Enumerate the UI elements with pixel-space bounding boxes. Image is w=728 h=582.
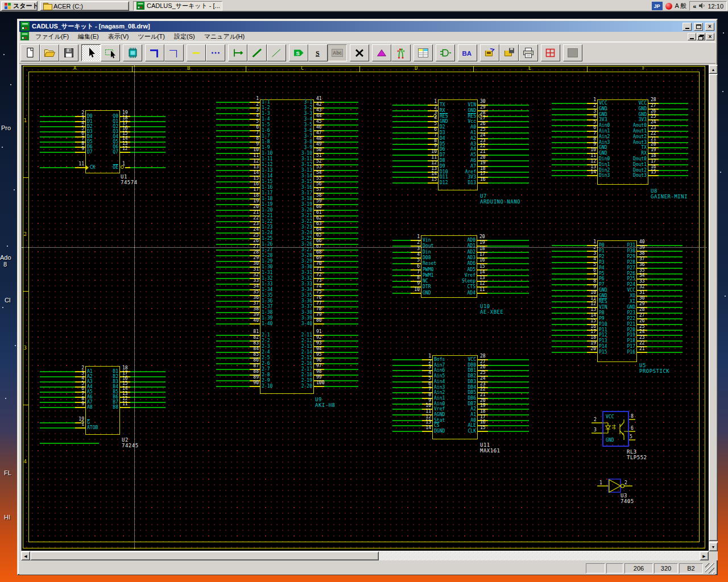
blank-swatch-button[interactable] bbox=[563, 44, 582, 61]
pin-markers-button[interactable] bbox=[391, 44, 411, 61]
triangle-fill-button[interactable] bbox=[372, 44, 391, 61]
pin-number: 25 bbox=[480, 371, 497, 375]
ime-language-badge[interactable]: JP bbox=[652, 2, 663, 10]
pin-number: 31 bbox=[242, 267, 259, 272]
status-x-coordinate: 206 bbox=[624, 563, 653, 573]
child-close-button[interactable]: × bbox=[706, 33, 714, 40]
blank-swatch-icon bbox=[566, 47, 580, 59]
horizontal-scroll-thumb[interactable] bbox=[30, 551, 379, 560]
menu-view[interactable]: 表示(V) bbox=[104, 32, 133, 41]
pin-number: 12 bbox=[242, 159, 259, 164]
child-minimize-button[interactable] bbox=[688, 33, 696, 40]
pin-number: 56 bbox=[316, 182, 333, 186]
menu-settings[interactable]: 設定(S) bbox=[170, 32, 199, 41]
text-abc-button[interactable]: Abc bbox=[328, 44, 347, 61]
select-cursor-button[interactable] bbox=[81, 44, 101, 61]
inverter-symbol: 12 bbox=[596, 477, 642, 494]
desktop-icon-label-fragment[interactable]: FL bbox=[4, 469, 11, 476]
scroll-left-arrow[interactable]: ◀ bbox=[21, 551, 30, 560]
save-board-button[interactable] bbox=[499, 44, 519, 61]
ime-palette-icon[interactable] bbox=[665, 3, 672, 10]
pin-name: Q6 bbox=[86, 145, 118, 149]
horizontal-scrollbar[interactable]: ◀ ▶ bbox=[21, 551, 709, 560]
open-file-button[interactable] bbox=[40, 44, 59, 61]
ime-mode-label[interactable]: A 般 bbox=[675, 2, 687, 10]
pin-number: 11 bbox=[420, 155, 437, 160]
pin-number: 1 bbox=[67, 422, 84, 427]
move-part-button[interactable] bbox=[101, 44, 120, 61]
print-button[interactable] bbox=[519, 44, 538, 61]
menu-tools[interactable]: ツール(T) bbox=[134, 32, 169, 41]
save-file-button[interactable] bbox=[59, 44, 78, 61]
desktop-icon-label-fragment[interactable]: Ado bbox=[0, 254, 11, 261]
scroll-up-arrow[interactable]: ▲ bbox=[709, 65, 718, 74]
task-cadlus[interactable]: CADLUS_サーキット - [... bbox=[133, 1, 222, 11]
pin-number: 89 bbox=[242, 375, 259, 380]
schematic-canvas[interactable]: ABCDEF12342D03D14D25D36D47D58D69D711CK19… bbox=[22, 65, 709, 551]
vertical-scroll-thumb[interactable] bbox=[709, 74, 718, 541]
column-tick bbox=[587, 66, 588, 72]
new-file-button[interactable] bbox=[20, 44, 40, 61]
ic-ref-label: U11 bbox=[480, 443, 490, 448]
pin-number: 12 bbox=[122, 397, 139, 401]
ic-ref-label: U9 bbox=[315, 397, 322, 402]
document-icon[interactable] bbox=[20, 32, 29, 41]
task-acer[interactable]: ACER (C:) bbox=[40, 1, 129, 11]
desktop-icon-label-fragment[interactable]: HI bbox=[4, 514, 10, 521]
volume-icon[interactable] bbox=[698, 2, 705, 10]
place-ic-button[interactable] bbox=[123, 44, 142, 61]
gate-symbol-button[interactable] bbox=[436, 44, 455, 61]
part-list-button[interactable] bbox=[413, 44, 433, 61]
line-thick-button[interactable] bbox=[247, 44, 267, 61]
pin-name: DB5 bbox=[433, 390, 476, 395]
close-button[interactable]: × bbox=[705, 23, 714, 31]
wire-thin-button[interactable] bbox=[164, 44, 184, 61]
menu-edit[interactable]: 編集(E) bbox=[74, 32, 103, 41]
pin-name: CTS bbox=[422, 285, 475, 289]
inverter-U3[interactable]: 12 bbox=[596, 477, 642, 494]
desktop-icon-label-fragment[interactable]: Pro bbox=[1, 124, 11, 131]
pin-number: 11 bbox=[242, 153, 259, 158]
text-s-button[interactable]: S bbox=[308, 44, 328, 61]
pin-number: 86 bbox=[242, 358, 259, 363]
grid-table-button[interactable] bbox=[541, 44, 560, 61]
dash-segment-button[interactable] bbox=[187, 44, 206, 61]
pin-number: 14 bbox=[122, 136, 139, 141]
signal-name-button[interactable]: S bbox=[289, 44, 308, 61]
desktop-icon-label-fragment[interactable]: Cl bbox=[5, 297, 10, 304]
pin-number: 13 bbox=[122, 392, 139, 396]
scroll-right-arrow[interactable]: ▶ bbox=[700, 551, 709, 560]
bus-entry-button[interactable] bbox=[228, 44, 247, 61]
menu-manual[interactable]: マニュアル(H) bbox=[200, 32, 249, 41]
select-cursor-icon bbox=[84, 47, 98, 59]
ic-part-label: GAINER-MINI bbox=[651, 194, 688, 199]
load-board-button[interactable] bbox=[480, 44, 499, 61]
pin-number: 15 bbox=[579, 319, 596, 323]
pin-name: 2-13 bbox=[261, 344, 312, 349]
taskbar: スタート ACER (C:) CADLUS_サーキット - [... JP A … bbox=[0, 0, 728, 12]
window-icon[interactable] bbox=[20, 22, 30, 32]
scroll-down-arrow[interactable]: ▼ bbox=[709, 542, 718, 551]
folder-icon bbox=[43, 3, 51, 9]
mdi-window-buttons: × bbox=[688, 33, 714, 40]
pin-number: 20 bbox=[480, 155, 497, 160]
pin-name: A5 bbox=[439, 153, 476, 157]
minimize-button[interactable] bbox=[682, 23, 692, 31]
child-restore-button[interactable] bbox=[697, 33, 705, 40]
pin-number: 3 bbox=[67, 116, 84, 120]
menu-file[interactable]: ファイル(F) bbox=[31, 32, 73, 41]
vertical-scrollbar[interactable]: ▲ ▼ bbox=[709, 65, 718, 551]
wire-thick-button[interactable] bbox=[145, 44, 164, 61]
desktop-icon-label-fragment[interactable]: 8 bbox=[3, 261, 7, 268]
pin-number: 16 bbox=[579, 325, 596, 329]
pin-number: 7 bbox=[403, 270, 420, 275]
tray-collapse-chevron[interactable]: « bbox=[693, 3, 696, 10]
start-button[interactable]: スタート bbox=[1, 1, 38, 11]
line-thin-button[interactable] bbox=[267, 44, 286, 61]
maximize-button[interactable] bbox=[694, 23, 703, 31]
dot-segment-button[interactable] bbox=[206, 44, 225, 61]
resize-grip[interactable] bbox=[705, 563, 714, 573]
ba-label-button[interactable]: BA bbox=[458, 44, 477, 61]
wire-segment bbox=[659, 175, 688, 176]
delete-x-button[interactable] bbox=[350, 44, 369, 61]
